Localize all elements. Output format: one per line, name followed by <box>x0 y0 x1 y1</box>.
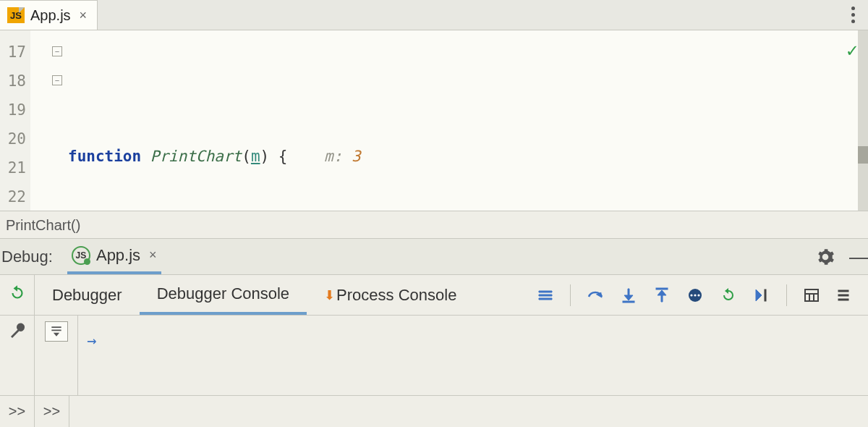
step-into-icon[interactable] <box>620 287 637 304</box>
run-to-cursor-group-icon[interactable] <box>686 287 704 304</box>
tab-debugger-console[interactable]: Debugger Console <box>140 275 307 315</box>
console-input[interactable]: → <box>78 316 868 395</box>
evaluate-expression-icon[interactable] <box>803 287 820 304</box>
debug-toolbar <box>537 284 868 306</box>
minimize-icon[interactable]: — <box>849 250 868 264</box>
debug-left-toolbar-2 <box>0 316 35 395</box>
download-dot-icon: ⬇ <box>324 287 335 303</box>
line-number: 19 <box>0 96 30 124</box>
debugger-panel-header: Debugger Debugger Console ⬇Process Conso… <box>0 275 868 316</box>
debug-tool-window-header: Debug: JS App.js × — <box>0 239 868 275</box>
line-number: 21 <box>0 153 30 182</box>
fold-gutter: − − <box>30 30 68 211</box>
editor-tab-bar: JS App.js × <box>0 0 868 30</box>
scroll-to-end-icon[interactable] <box>45 321 68 342</box>
close-icon[interactable]: × <box>146 248 157 263</box>
debug-session-label: App.js <box>96 246 140 265</box>
svg-rect-1 <box>656 288 668 289</box>
line-number: 20 <box>0 124 30 153</box>
svg-point-3 <box>690 294 692 296</box>
run-to-cursor-icon[interactable] <box>753 287 770 304</box>
more-tool-windows-icon[interactable]: >> <box>0 396 35 427</box>
code-line[interactable]: function PrintChart(m) { m: 3 <box>68 142 868 171</box>
no-problems-icon[interactable]: ✓ <box>846 39 858 61</box>
fold-toggle-icon[interactable]: − <box>52 46 62 56</box>
code-editor[interactable]: 17 18 19 20 21 22 − − ✓ function PrintCh… <box>0 30 868 211</box>
console-gutter <box>35 316 78 395</box>
console-panel: → <box>0 316 868 395</box>
line-number: 22 <box>0 182 30 211</box>
kebab-menu-icon[interactable] <box>838 0 868 30</box>
wrench-icon[interactable] <box>9 323 26 344</box>
nodejs-run-icon: JS <box>72 246 90 265</box>
svg-point-5 <box>697 294 699 296</box>
prompt-arrow-icon: → <box>87 331 96 350</box>
file-tab-appjs[interactable]: JS App.js × <box>0 0 98 30</box>
svg-point-4 <box>694 294 696 296</box>
svg-rect-0 <box>623 301 634 303</box>
threads-icon[interactable] <box>537 287 554 304</box>
line-number: 17 <box>0 38 30 67</box>
rerun-icon[interactable] <box>8 284 27 307</box>
resume-icon[interactable] <box>720 287 737 304</box>
tab-process-console[interactable]: ⬇Process Console <box>307 275 474 315</box>
line-number: 18 <box>0 67 30 96</box>
breadcrumb[interactable]: PrintChart() <box>0 211 868 239</box>
debug-left-toolbar <box>0 275 35 315</box>
step-over-icon[interactable] <box>587 287 604 304</box>
svg-rect-13 <box>838 299 848 300</box>
more-tool-windows-icon[interactable]: >> <box>35 396 69 427</box>
status-bar: >> >> <box>0 395 868 427</box>
debug-session-tab[interactable]: JS App.js × <box>67 239 161 274</box>
gear-icon[interactable] <box>816 248 835 266</box>
svg-rect-6 <box>765 289 766 301</box>
more-debug-icon[interactable] <box>836 287 854 304</box>
svg-rect-7 <box>805 289 818 301</box>
step-out-icon[interactable] <box>653 287 671 304</box>
svg-rect-11 <box>838 290 848 292</box>
debug-label: Debug: <box>1 248 53 266</box>
code-area[interactable]: ✓ function PrintChart(m) { m: 3 for (let… <box>68 30 868 211</box>
line-number-gutter: 17 18 19 20 21 22 <box>0 30 30 211</box>
js-file-icon: JS <box>7 7 25 23</box>
fold-toggle-icon[interactable]: − <box>52 75 62 85</box>
editor-scrollbar[interactable] <box>858 30 868 211</box>
file-tab-label: App.js <box>30 7 71 24</box>
svg-rect-12 <box>838 295 848 296</box>
tab-debugger[interactable]: Debugger <box>35 275 140 315</box>
close-icon[interactable]: × <box>77 8 88 23</box>
